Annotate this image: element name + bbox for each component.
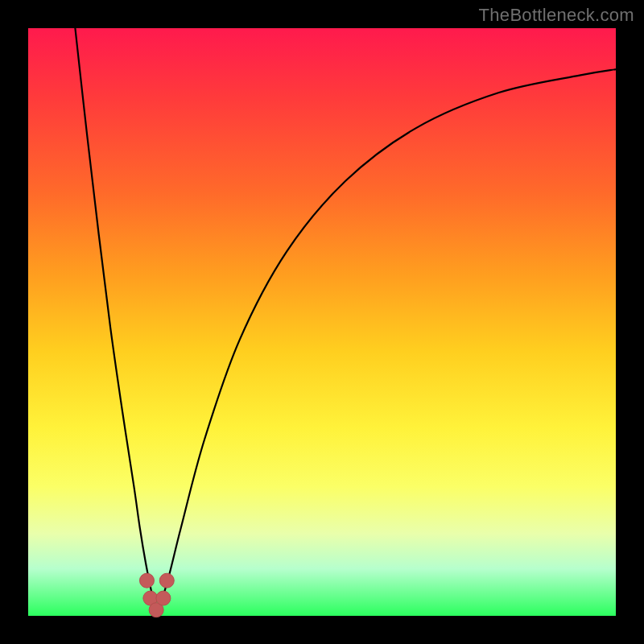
watermark-text: TheBottleneck.com xyxy=(479,5,634,26)
curve-right-branch xyxy=(158,69,616,616)
curve-left-branch xyxy=(75,28,157,616)
bottleneck-curve xyxy=(75,28,616,616)
curve-layer xyxy=(28,28,616,616)
valley-markers xyxy=(139,573,174,617)
valley-marker xyxy=(159,573,174,588)
valley-marker xyxy=(156,591,171,605)
plot-area xyxy=(28,28,616,616)
valley-marker xyxy=(139,573,154,588)
outer-frame: TheBottleneck.com xyxy=(0,0,644,644)
